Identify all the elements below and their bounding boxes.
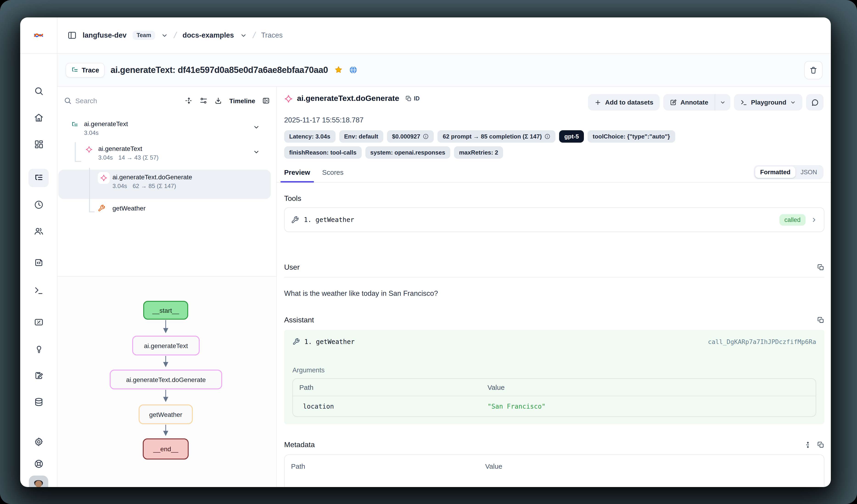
terminal-icon — [740, 99, 747, 106]
tree-label: ai.generateText — [84, 120, 271, 127]
copy-id-chip[interactable]: ID — [405, 95, 420, 102]
tree-label: getWeather — [113, 205, 271, 212]
cost-badge[interactable]: $0.000927 — [387, 130, 434, 143]
info-icon — [423, 134, 429, 139]
tree-row-dogenerate-selected[interactable]: ai.generateText.doGenerate 3.04s62 → 85 … — [58, 173, 271, 189]
system-badge: system: openai.responses — [365, 146, 450, 159]
dashboards-icon[interactable] — [29, 135, 49, 153]
arg-path: location — [293, 396, 481, 416]
col-value: Value — [481, 379, 816, 396]
metadata-table: Path Value — [284, 454, 824, 487]
home-icon[interactable] — [29, 108, 49, 126]
collapse-all-icon[interactable] — [185, 97, 193, 105]
download-icon[interactable] — [215, 97, 222, 105]
generation-icon — [85, 146, 93, 153]
graph-node-end[interactable]: __end__ — [143, 438, 189, 459]
user-title: User — [284, 263, 300, 272]
timeline-toggle[interactable]: Timeline — [229, 97, 255, 104]
maxretries-badge: maxRetries: 2 — [454, 146, 503, 159]
tree-row-trace[interactable]: ai.generateText 3.04s — [58, 120, 271, 136]
assistant-title: Assistant — [284, 316, 314, 324]
tree-duration: 3.04s — [98, 154, 113, 161]
users-icon[interactable] — [29, 222, 49, 240]
breadcrumb-org[interactable]: langfuse-dev — [83, 31, 127, 39]
chevron-down-icon[interactable] — [253, 124, 260, 131]
node-label: __start__ — [152, 307, 179, 314]
tree-tokens: 62 → 85 (Σ 147) — [133, 183, 176, 189]
generation-icon — [284, 94, 293, 103]
tree-search-input[interactable] — [75, 97, 121, 105]
expand-vertical-icon[interactable] — [804, 441, 811, 449]
view-json[interactable]: JSON — [795, 167, 822, 178]
tab-preview[interactable]: Preview — [284, 168, 310, 182]
copy-icon — [405, 95, 411, 102]
graph-node-generatetext[interactable]: ai.generateText — [132, 336, 200, 355]
evaluators-icon[interactable] — [29, 313, 49, 331]
chevron-right-icon[interactable] — [811, 216, 818, 223]
copy-icon[interactable] — [817, 316, 824, 324]
search-icon — [64, 97, 72, 105]
model-badge[interactable]: gpt-5 — [559, 130, 584, 143]
datasets-icon[interactable] — [29, 393, 49, 411]
annotation-queues-icon[interactable] — [29, 366, 49, 384]
toolchoice-badge: toolChoice: {"type":"auto"} — [588, 130, 675, 143]
collapse-panel-icon[interactable] — [262, 97, 270, 105]
tracing-icon[interactable] — [29, 169, 49, 187]
tab-scores[interactable]: Scores — [322, 168, 343, 182]
add-to-datasets-button[interactable]: Add to datasets — [588, 94, 660, 110]
display-settings-icon[interactable] — [200, 97, 208, 105]
prompts-icon[interactable] — [29, 253, 49, 272]
detail-tabs-row: Preview Scores Formatted JSON — [277, 165, 831, 183]
trace-type-chip: Trace — [66, 63, 105, 77]
node-label: ai.generateText — [144, 342, 188, 349]
id-label: ID — [414, 95, 420, 102]
graph-node-start[interactable]: __start__ — [143, 301, 188, 320]
tree-tokens: 14 → 43 (Σ 57) — [118, 154, 158, 161]
chevron-down-icon — [720, 99, 726, 105]
langfuse-logo[interactable] — [20, 17, 57, 54]
bookmark-star-icon[interactable] — [334, 66, 343, 74]
breadcrumb-divider: / — [252, 30, 256, 40]
playground-button[interactable]: Playground — [734, 94, 802, 110]
support-icon[interactable] — [29, 454, 49, 473]
comments-button[interactable] — [806, 94, 823, 110]
detail-scroll-body[interactable]: Tools 1. getWeather called — [277, 183, 831, 487]
settings-icon[interactable] — [29, 432, 49, 451]
view-formatted[interactable]: Formatted — [755, 167, 795, 178]
breadcrumb-project[interactable]: docs-examples — [183, 31, 234, 39]
search-icon[interactable] — [29, 82, 49, 100]
copy-icon[interactable] — [817, 441, 824, 449]
breadcrumb-divider: / — [173, 30, 178, 40]
user-avatar[interactable] — [29, 476, 49, 487]
tree-row-generation[interactable]: ai.generateText 3.04s14 → 43 (Σ 57) — [58, 145, 271, 161]
annotate-dropdown-caret[interactable] — [715, 94, 730, 110]
icon-rail — [20, 17, 57, 487]
sessions-icon[interactable] — [29, 195, 49, 214]
col-path: Path — [285, 455, 479, 475]
sidebar-toggle-icon[interactable] — [67, 31, 77, 40]
graph-node-getweather[interactable]: getWeather — [139, 404, 193, 424]
tree-toolbar: Timeline — [57, 87, 276, 115]
delete-trace-button[interactable] — [804, 61, 823, 79]
user-message-section: User What is the weather like today in S… — [284, 263, 824, 298]
copy-icon[interactable] — [817, 264, 824, 271]
chevron-down-icon[interactable] — [253, 149, 260, 155]
tree-label: ai.generateText.doGenerate — [113, 173, 271, 181]
tree-search[interactable] — [64, 97, 178, 105]
tree-row-tool[interactable]: getWeather — [58, 205, 271, 212]
tool-call-id: call_DgKARp7a7IhJPDczfifMp6Ra — [708, 338, 816, 345]
llm-judge-icon[interactable] — [29, 340, 49, 358]
org-chevron-down-icon[interactable] — [161, 32, 168, 39]
trace-title: ai.generateText: df41e597d0a85e0d7a6ae8e… — [111, 65, 328, 75]
breadcrumb-section[interactable]: Traces — [261, 31, 283, 39]
annotate-button[interactable]: Annotate — [663, 94, 715, 110]
tree-label: ai.generateText — [98, 145, 271, 152]
tokens-badge[interactable]: 62 prompt → 85 completion (Σ 147) — [438, 130, 556, 143]
tool-definition-row[interactable]: 1. getWeather called — [284, 207, 824, 232]
playground-icon[interactable] — [29, 281, 49, 299]
graph-node-dogenerate[interactable]: ai.generateText.doGenerate — [110, 370, 222, 389]
public-globe-icon[interactable] — [349, 66, 357, 74]
top-navbar: langfuse-dev Team / docs-examples / Trac… — [57, 17, 831, 54]
trace-chip-label: Trace — [82, 66, 99, 74]
project-chevron-down-icon[interactable] — [240, 32, 247, 39]
